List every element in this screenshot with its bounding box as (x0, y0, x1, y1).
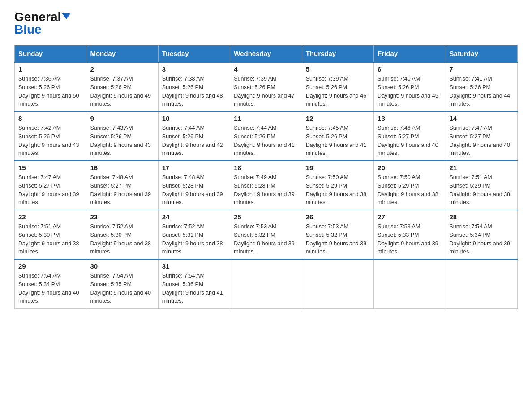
day-info: Sunrise: 7:44 AMSunset: 5:26 PMDaylight:… (162, 124, 226, 158)
calendar-cell: 5Sunrise: 7:39 AMSunset: 5:26 PMDaylight… (302, 62, 373, 111)
day-info: Sunrise: 7:52 AMSunset: 5:31 PMDaylight:… (162, 223, 226, 256)
day-number: 24 (162, 213, 226, 221)
calendar-table: SundayMondayTuesdayWednesdayThursdayFrid… (14, 45, 518, 309)
day-info: Sunrise: 7:54 AMSunset: 5:34 PMDaylight:… (18, 272, 82, 305)
calendar-cell: 1Sunrise: 7:36 AMSunset: 5:26 PMDaylight… (15, 62, 86, 111)
day-number: 30 (90, 262, 154, 270)
calendar-cell: 27Sunrise: 7:53 AMSunset: 5:33 PMDayligh… (374, 210, 446, 259)
calendar-week-row-1: 1Sunrise: 7:36 AMSunset: 5:26 PMDaylight… (15, 62, 518, 111)
calendar-cell: 21Sunrise: 7:51 AMSunset: 5:29 PMDayligh… (446, 161, 517, 210)
calendar-cell: 6Sunrise: 7:40 AMSunset: 5:26 PMDaylight… (374, 62, 446, 111)
day-info: Sunrise: 7:43 AMSunset: 5:26 PMDaylight:… (90, 124, 154, 158)
calendar-week-row-4: 22Sunrise: 7:51 AMSunset: 5:30 PMDayligh… (15, 210, 518, 259)
day-info: Sunrise: 7:38 AMSunset: 5:26 PMDaylight:… (162, 75, 226, 108)
calendar-header-monday: Monday (86, 45, 158, 63)
calendar-header-tuesday: Tuesday (158, 45, 230, 63)
day-info: Sunrise: 7:42 AMSunset: 5:26 PMDaylight:… (18, 124, 82, 158)
day-number: 2 (90, 65, 154, 73)
day-info: Sunrise: 7:36 AMSunset: 5:26 PMDaylight:… (18, 75, 82, 108)
calendar-cell (374, 259, 446, 308)
day-number: 21 (450, 164, 514, 171)
calendar-cell: 30Sunrise: 7:54 AMSunset: 5:35 PMDayligh… (86, 259, 158, 308)
day-info: Sunrise: 7:39 AMSunset: 5:26 PMDaylight:… (306, 75, 370, 108)
calendar-cell: 26Sunrise: 7:53 AMSunset: 5:32 PMDayligh… (302, 210, 373, 259)
day-number: 5 (306, 65, 370, 73)
calendar-cell (302, 259, 373, 308)
calendar-cell: 13Sunrise: 7:46 AMSunset: 5:27 PMDayligh… (374, 111, 446, 161)
day-info: Sunrise: 7:48 AMSunset: 5:27 PMDaylight:… (90, 173, 154, 207)
day-info: Sunrise: 7:39 AMSunset: 5:26 PMDaylight:… (234, 75, 298, 108)
day-info: Sunrise: 7:53 AMSunset: 5:32 PMDaylight:… (306, 223, 370, 256)
calendar-cell: 28Sunrise: 7:54 AMSunset: 5:34 PMDayligh… (446, 210, 517, 259)
calendar-cell (446, 259, 517, 308)
day-info: Sunrise: 7:54 AMSunset: 5:36 PMDaylight:… (162, 272, 226, 305)
day-info: Sunrise: 7:48 AMSunset: 5:28 PMDaylight:… (162, 173, 226, 207)
calendar-cell: 3Sunrise: 7:38 AMSunset: 5:26 PMDaylight… (158, 62, 230, 111)
day-number: 9 (90, 115, 154, 122)
calendar-cell (230, 259, 302, 308)
day-info: Sunrise: 7:53 AMSunset: 5:33 PMDaylight:… (378, 223, 442, 256)
logo-general-text: General (14, 11, 61, 23)
calendar-cell: 17Sunrise: 7:48 AMSunset: 5:28 PMDayligh… (158, 161, 230, 210)
day-info: Sunrise: 7:44 AMSunset: 5:26 PMDaylight:… (234, 124, 298, 158)
calendar-header-row: SundayMondayTuesdayWednesdayThursdayFrid… (15, 45, 518, 63)
calendar-cell: 7Sunrise: 7:41 AMSunset: 5:26 PMDaylight… (446, 62, 517, 111)
calendar-header-sunday: Sunday (15, 45, 86, 63)
day-number: 7 (450, 65, 514, 73)
day-number: 18 (234, 164, 298, 171)
day-number: 20 (378, 164, 442, 171)
calendar-header-thursday: Thursday (302, 45, 373, 63)
day-number: 15 (18, 164, 82, 171)
day-number: 25 (234, 213, 298, 221)
logo-triangle-icon (62, 13, 71, 19)
calendar-header-saturday: Saturday (446, 45, 517, 63)
calendar-week-row-5: 29Sunrise: 7:54 AMSunset: 5:34 PMDayligh… (15, 259, 518, 308)
calendar-cell: 2Sunrise: 7:37 AMSunset: 5:26 PMDaylight… (86, 62, 158, 111)
calendar-week-row-2: 8Sunrise: 7:42 AMSunset: 5:26 PMDaylight… (15, 111, 518, 161)
calendar-cell: 23Sunrise: 7:52 AMSunset: 5:30 PMDayligh… (86, 210, 158, 259)
day-info: Sunrise: 7:53 AMSunset: 5:32 PMDaylight:… (234, 223, 298, 256)
day-number: 14 (450, 115, 514, 122)
day-number: 13 (378, 115, 442, 122)
day-info: Sunrise: 7:52 AMSunset: 5:30 PMDaylight:… (90, 223, 154, 256)
day-number: 23 (90, 213, 154, 221)
day-number: 31 (162, 262, 226, 270)
calendar-cell: 20Sunrise: 7:50 AMSunset: 5:29 PMDayligh… (374, 161, 446, 210)
day-number: 22 (18, 213, 82, 221)
calendar-cell: 12Sunrise: 7:45 AMSunset: 5:26 PMDayligh… (302, 111, 373, 161)
day-number: 12 (306, 115, 370, 122)
calendar-cell: 8Sunrise: 7:42 AMSunset: 5:26 PMDaylight… (15, 111, 86, 161)
day-number: 10 (162, 115, 226, 122)
day-number: 16 (90, 164, 154, 171)
day-info: Sunrise: 7:50 AMSunset: 5:29 PMDaylight:… (306, 173, 370, 207)
day-info: Sunrise: 7:49 AMSunset: 5:28 PMDaylight:… (234, 173, 298, 207)
day-info: Sunrise: 7:47 AMSunset: 5:27 PMDaylight:… (18, 173, 82, 207)
day-number: 27 (378, 213, 442, 221)
day-number: 28 (450, 213, 514, 221)
day-number: 29 (18, 262, 82, 270)
day-number: 17 (162, 164, 226, 171)
day-number: 6 (378, 65, 442, 73)
day-info: Sunrise: 7:41 AMSunset: 5:26 PMDaylight:… (450, 75, 514, 108)
day-info: Sunrise: 7:54 AMSunset: 5:35 PMDaylight:… (90, 272, 154, 305)
day-info: Sunrise: 7:45 AMSunset: 5:26 PMDaylight:… (306, 124, 370, 158)
calendar-cell: 4Sunrise: 7:39 AMSunset: 5:26 PMDaylight… (230, 62, 302, 111)
calendar-cell: 16Sunrise: 7:48 AMSunset: 5:27 PMDayligh… (86, 161, 158, 210)
day-info: Sunrise: 7:51 AMSunset: 5:30 PMDaylight:… (18, 223, 82, 256)
calendar-header-wednesday: Wednesday (230, 45, 302, 63)
calendar-cell: 25Sunrise: 7:53 AMSunset: 5:32 PMDayligh… (230, 210, 302, 259)
calendar-cell: 19Sunrise: 7:50 AMSunset: 5:29 PMDayligh… (302, 161, 373, 210)
calendar-cell: 11Sunrise: 7:44 AMSunset: 5:26 PMDayligh… (230, 111, 302, 161)
day-number: 3 (162, 65, 226, 73)
page-header: General Blue (14, 11, 518, 36)
calendar-cell: 24Sunrise: 7:52 AMSunset: 5:31 PMDayligh… (158, 210, 230, 259)
calendar-cell: 29Sunrise: 7:54 AMSunset: 5:34 PMDayligh… (15, 259, 86, 308)
day-info: Sunrise: 7:51 AMSunset: 5:29 PMDaylight:… (450, 173, 514, 207)
calendar-cell: 10Sunrise: 7:44 AMSunset: 5:26 PMDayligh… (158, 111, 230, 161)
day-number: 8 (18, 115, 82, 122)
calendar-cell: 22Sunrise: 7:51 AMSunset: 5:30 PMDayligh… (15, 210, 86, 259)
day-info: Sunrise: 7:40 AMSunset: 5:26 PMDaylight:… (378, 75, 442, 108)
day-info: Sunrise: 7:46 AMSunset: 5:27 PMDaylight:… (378, 124, 442, 158)
day-number: 11 (234, 115, 298, 122)
calendar-week-row-3: 15Sunrise: 7:47 AMSunset: 5:27 PMDayligh… (15, 161, 518, 210)
